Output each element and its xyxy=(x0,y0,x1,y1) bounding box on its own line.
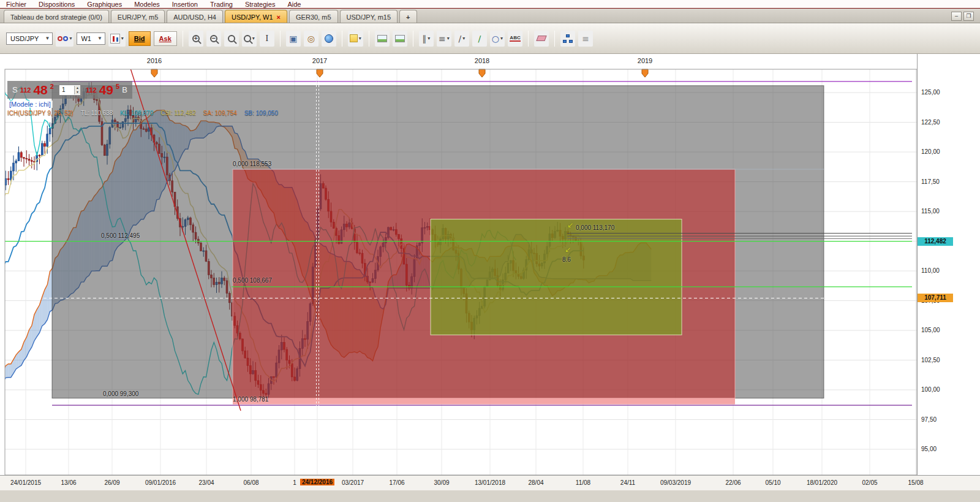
chevron-down-icon: ▼ xyxy=(45,36,50,41)
tab-ger30-m5[interactable]: GER30, m5 xyxy=(289,10,337,23)
zoom-menu-icon[interactable]: ▾ xyxy=(242,31,257,47)
toolbar-separator xyxy=(342,31,342,47)
symbol-select[interactable]: USD/JPY▼ xyxy=(6,32,53,45)
bid-button[interactable]: Bid xyxy=(129,31,151,46)
date-tick-label: 15/08 xyxy=(908,479,923,486)
date-tick-label: 05/10 xyxy=(765,479,780,486)
node-1 xyxy=(566,34,570,37)
tab-tableau-de-bord-strategie-0-0[interactable]: Tableau de bord strategie (0/0) xyxy=(4,10,109,23)
date-tick-label: 28/04 xyxy=(528,479,543,486)
current-bar-date-label: 24/12/2016 xyxy=(300,479,334,485)
freehand-line-icon-glyph: / xyxy=(478,34,481,44)
vertical-cursor-icon[interactable]: I xyxy=(260,31,274,47)
date-tick-label: 11/08 xyxy=(576,479,590,486)
lens-left xyxy=(58,36,62,41)
tab-label: USD/JPY, W1 xyxy=(232,13,273,21)
linked-quotes-icon[interactable]: ▾ xyxy=(56,31,74,47)
tab-usd-jpy-w1[interactable]: USD/JPY, W1× xyxy=(225,10,287,23)
quantity-stepper[interactable]: 1 ▲ ▼ xyxy=(59,85,81,96)
insert-image-icon-shape xyxy=(377,35,387,42)
menu-item-graphiques[interactable]: Graphiques xyxy=(87,1,122,8)
new-tab-button[interactable]: + xyxy=(399,10,417,23)
ellipse-tool-icon-glyph: ○ xyxy=(492,34,499,44)
menu-item-strategies[interactable]: Strategies xyxy=(245,1,276,8)
date-tick-label: 17/06 xyxy=(389,479,404,486)
menu-item-modeles[interactable]: Modeles xyxy=(134,1,160,8)
date-tick-label: 09/03/2019 xyxy=(660,479,691,486)
date-tick-label: 30/09 xyxy=(434,479,449,486)
symbol-select-value: USD/JPY xyxy=(10,35,39,42)
chevron-down-icon: ▾ xyxy=(500,36,503,41)
buy-price-big-figure: 112 xyxy=(86,86,97,94)
trendline-tool-icon[interactable]: /▾ xyxy=(454,31,469,47)
minimize-button[interactable]: – xyxy=(951,12,962,21)
tab-label: GER30, m5 xyxy=(296,13,331,21)
quote-panel: S 112 48 2 1 ▲ ▼ 112 49 5 B xyxy=(7,81,132,99)
menu-item-insertion[interactable]: Insertion xyxy=(172,1,198,8)
date-tick-label: 26/09 xyxy=(104,479,119,486)
toolbar-separator xyxy=(528,31,529,47)
toolbar-separator xyxy=(280,31,281,47)
date-tick-label: 22/06 xyxy=(725,479,741,486)
zoom-area-icon-glass xyxy=(228,35,235,42)
menu-item-dispositions[interactable]: Dispositions xyxy=(39,1,75,8)
zoom-area-icon[interactable] xyxy=(224,31,239,47)
note-icon[interactable]: ▾ xyxy=(348,31,363,47)
alert-icon[interactable]: ◎ xyxy=(304,31,318,47)
tab-aud-usd-h4[interactable]: AUD/USD, H4 xyxy=(167,10,223,23)
chart-style-icon[interactable]: ▾ xyxy=(108,31,126,47)
alert-icon-glyph: ◎ xyxy=(307,34,315,44)
quantity-down-icon[interactable]: ▼ xyxy=(75,90,80,94)
menu-item-fichier[interactable]: Fichier xyxy=(6,1,26,8)
quantity-value: 1 xyxy=(62,86,66,93)
maximize-button[interactable]: ❐ xyxy=(963,12,974,21)
note-icon-shape xyxy=(350,34,358,42)
freehand-line-icon[interactable]: / xyxy=(472,31,487,47)
strategy-builder-icon-shape xyxy=(563,34,573,43)
fibonacci-tool-icon-glyph: ∥ xyxy=(422,34,426,44)
tab-usd-jpy-m15[interactable]: USD/JPY, m15 xyxy=(340,10,398,23)
menu-item-trading[interactable]: Trading xyxy=(210,1,233,8)
ask-button[interactable]: Ask xyxy=(154,31,177,46)
screenshot-icon[interactable] xyxy=(393,31,407,47)
text-tool-icon-shape: ABC xyxy=(510,35,520,42)
eraser-icon-shape xyxy=(536,36,546,41)
chevron-down-icon: ▾ xyxy=(121,36,124,41)
sell-side-label: S xyxy=(12,85,18,94)
lens-right xyxy=(63,36,68,41)
chart-style-icon-shape xyxy=(110,34,120,44)
fibonacci-tool-icon[interactable]: ∥▾ xyxy=(419,31,434,47)
price-axis[interactable] xyxy=(917,54,980,490)
buy-price-pips[interactable]: 49 xyxy=(99,83,113,97)
chevron-down-icon: ▾ xyxy=(462,36,465,41)
zoom-out-icon[interactable]: − xyxy=(206,31,221,47)
menu-bar: FichierDispositionsGraphiquesModelesInse… xyxy=(0,0,980,9)
date-tick-label: 23/04 xyxy=(198,479,214,486)
tab-label: AUD/USD, H4 xyxy=(173,13,216,21)
globe-icon[interactable] xyxy=(322,31,336,47)
date-axis[interactable]: 24/01/201513/0626/0909/01/201623/0406/08… xyxy=(0,475,980,490)
insert-image-icon[interactable] xyxy=(375,31,390,47)
chart-canvas[interactable] xyxy=(0,0,980,502)
ellipse-tool-icon[interactable]: ○▾ xyxy=(490,31,505,47)
strategy-builder-icon[interactable] xyxy=(560,31,575,47)
vertical-cursor-icon-glyph: I xyxy=(265,34,268,44)
toolbar-separator xyxy=(369,31,369,47)
quantity-up-icon[interactable]: ▲ xyxy=(75,86,80,90)
snapshot-icon[interactable]: ▣ xyxy=(286,31,301,47)
horizontal-lines-tool-icon[interactable]: ≡▾ xyxy=(437,31,451,47)
zoom-in-icon[interactable]: + xyxy=(189,31,203,47)
trendline-tool-icon-glyph: / xyxy=(458,34,461,44)
period-select[interactable]: W1▼ xyxy=(77,32,105,45)
sell-price-pips[interactable]: 48 xyxy=(33,83,47,97)
tab-eur-jpy-m5[interactable]: EUR/JPY, m5 xyxy=(111,10,165,23)
more-tools-icon[interactable]: ≡ xyxy=(578,31,593,47)
snapshot-icon-glyph: ▣ xyxy=(289,34,297,44)
date-tick-label: 24/01/2015 xyxy=(10,479,41,486)
sell-price-fraction: 2 xyxy=(50,82,54,91)
text-tool-icon[interactable]: ABC xyxy=(508,31,522,47)
tab-close-icon[interactable]: × xyxy=(277,14,281,20)
globe-icon-shape xyxy=(325,34,333,43)
menu-item-aide[interactable]: Aide xyxy=(287,1,301,8)
eraser-icon[interactable] xyxy=(534,31,549,47)
